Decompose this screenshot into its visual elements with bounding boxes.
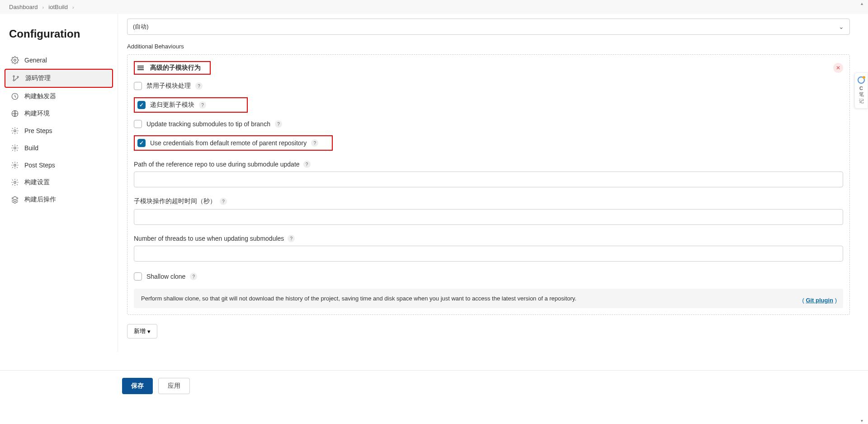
gear-icon — [11, 144, 19, 152]
help-icon[interactable]: ? — [275, 120, 282, 128]
sidebar-item-env[interactable]: 构建环境 — [5, 105, 113, 122]
help-icon[interactable]: ? — [303, 161, 311, 168]
footer-bar: 保存 应用 — [0, 370, 868, 401]
add-behaviour-button[interactable]: 新增 ▾ — [127, 324, 157, 338]
scrollbar[interactable] — [861, 1, 867, 401]
svg-point-7 — [14, 147, 16, 149]
breadcrumb: Dashboard › iotBuild › — [0, 0, 868, 14]
info-box: Perform shallow clone, so that git will … — [134, 289, 843, 308]
help-icon[interactable]: ? — [190, 273, 197, 280]
help-icon[interactable]: ? — [220, 198, 227, 205]
behaviour-panel: 高级的子模块行为 ✕ 禁用子模块处理 ? 递归更新子模块 ? Update tr… — [127, 54, 850, 315]
option-use-credentials: Use credentials from default remote of p… — [134, 135, 333, 151]
plugin-source: ( Git plugin ) — [802, 297, 837, 304]
panel-title[interactable]: 高级的子模块行为 — [134, 61, 211, 75]
option-label: Update tracking submodules to tip of bra… — [146, 120, 270, 128]
select-value: (自动) — [133, 23, 149, 31]
gear-icon — [11, 178, 19, 186]
branch-icon — [12, 74, 20, 82]
svg-point-1 — [13, 76, 14, 77]
chevron-down-icon: ▾ — [147, 328, 151, 335]
option-label: Use credentials from default remote of p… — [150, 139, 307, 147]
sidebar-item-label: 源码管理 — [25, 74, 51, 82]
clock-icon — [11, 92, 19, 100]
sidebar-item-label: 构建设置 — [24, 178, 50, 186]
help-icon[interactable]: ? — [288, 235, 295, 242]
sidebar-item-post-steps[interactable]: Post Steps — [5, 157, 113, 174]
content-area: (自动) ⌄ Additional Behaviours 高级的子模块行为 ✕ … — [118, 14, 868, 352]
input-threads[interactable] — [134, 246, 843, 262]
layers-icon — [11, 195, 19, 204]
svg-point-6 — [14, 130, 16, 132]
checkbox-use-credentials[interactable] — [137, 139, 146, 147]
drag-handle-icon[interactable] — [137, 66, 144, 70]
chevron-down-icon: ⌄ — [839, 23, 844, 30]
sidebar-item-settings[interactable]: 构建设置 — [5, 174, 113, 191]
option-shallow-clone: Shallow clone ? — [134, 272, 843, 281]
label-threads: Number of threads to use when updating s… — [134, 235, 843, 242]
sidebar: Configuration General 源码管理 构建触发器 构建环境 Pr… — [0, 14, 118, 352]
sidebar-item-label: Pre Steps — [24, 127, 52, 134]
option-update-tracking: Update tracking submodules to tip of bra… — [134, 120, 843, 128]
help-icon[interactable]: ? — [199, 101, 206, 109]
globe-icon — [11, 110, 19, 118]
sidebar-item-pre-steps[interactable]: Pre Steps — [5, 122, 113, 139]
page-title: Configuration — [9, 28, 108, 40]
sidebar-item-triggers[interactable]: 构建触发器 — [5, 88, 113, 105]
svg-point-8 — [14, 164, 16, 167]
sidebar-item-scm[interactable]: 源码管理 — [5, 69, 113, 88]
input-timeout[interactable] — [134, 209, 843, 225]
option-label: 递归更新子模块 — [150, 101, 194, 109]
checkbox-disable-submodule[interactable] — [134, 82, 142, 90]
sidebar-item-label: Post Steps — [24, 162, 55, 169]
remove-behaviour-button[interactable]: ✕ — [833, 63, 843, 73]
sidebar-item-label: 构建环境 — [24, 110, 50, 118]
help-icon[interactable]: ? — [195, 82, 203, 90]
input-reference-repo[interactable] — [134, 172, 843, 187]
help-icon[interactable]: ? — [311, 139, 318, 147]
sidebar-item-label: General — [24, 57, 47, 64]
gear-icon — [11, 161, 19, 169]
sidebar-item-label: 构建后操作 — [24, 195, 56, 204]
auto-select[interactable]: (自动) ⌄ — [127, 19, 850, 35]
svg-point-0 — [14, 59, 16, 62]
panel-title-text: 高级的子模块行为 — [150, 64, 201, 72]
sidebar-item-label: Build — [24, 144, 38, 152]
chevron-right-icon: › — [72, 5, 74, 10]
checkbox-recursive-update[interactable] — [137, 101, 146, 109]
option-label: Shallow clone — [146, 273, 185, 280]
save-button[interactable]: 保存 — [122, 378, 153, 394]
breadcrumb-project[interactable]: iotBuild — [48, 4, 68, 10]
gear-icon — [11, 127, 19, 135]
label-reference-repo: Path of the reference repo to use during… — [134, 161, 843, 168]
gear-icon — [11, 56, 19, 64]
git-plugin-link[interactable]: Git plugin — [806, 297, 833, 304]
checkbox-update-tracking[interactable] — [134, 120, 142, 128]
breadcrumb-dashboard[interactable]: Dashboard — [9, 4, 38, 10]
option-disable-submodule: 禁用子模块处理 ? — [134, 82, 843, 90]
sidebar-item-label: 构建触发器 — [24, 92, 56, 100]
option-label: 禁用子模块处理 — [146, 82, 191, 90]
apply-button[interactable]: 应用 — [158, 378, 190, 394]
svg-point-2 — [13, 80, 14, 81]
checkbox-shallow-clone[interactable] — [134, 272, 142, 281]
info-text: Perform shallow clone, so that git will … — [141, 295, 576, 302]
sidebar-item-general[interactable]: General — [5, 52, 113, 69]
sidebar-item-post-build[interactable]: 构建后操作 — [5, 191, 113, 208]
additional-behaviours-label: Additional Behaviours — [127, 43, 850, 50]
sidebar-item-build[interactable]: Build — [5, 139, 113, 157]
option-recursive-update: 递归更新子模块 ? — [134, 97, 248, 113]
svg-point-9 — [14, 181, 16, 184]
chevron-right-icon: › — [42, 5, 44, 10]
label-timeout: 子模块操作的超时时间（秒） ? — [134, 197, 843, 205]
